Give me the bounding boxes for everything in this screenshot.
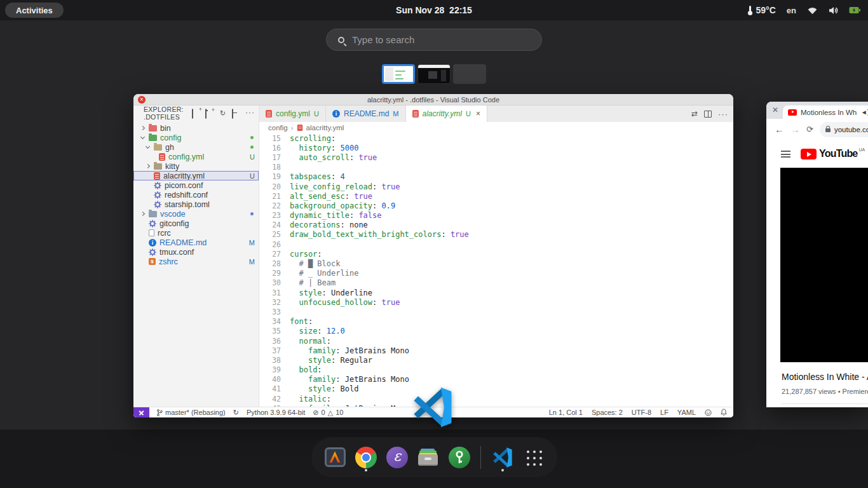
keyboard-layout-indicator[interactable]: en	[787, 6, 796, 15]
lock-icon[interactable]	[825, 128, 831, 132]
tree-item-redshift-conf[interactable]: redshift.conf	[133, 190, 259, 200]
menu-icon[interactable]	[781, 151, 790, 158]
yaml-file-icon	[412, 110, 419, 118]
breadcrumb-folder[interactable]: config	[268, 124, 288, 132]
tree-item-bin[interactable]: bin	[133, 123, 259, 133]
search-input[interactable]	[352, 34, 517, 45]
line-number: 19	[259, 172, 281, 181]
notifications-bell-icon[interactable]	[721, 409, 727, 416]
tree-item-label: config.yml	[168, 152, 250, 161]
tab-label: README.md	[344, 109, 389, 118]
language-mode-status[interactable]: YAML	[677, 409, 696, 416]
youtube-region-badge: UA	[858, 147, 865, 152]
code-line: 22background_opacity: 0.9	[259, 201, 733, 210]
search-bar[interactable]	[326, 29, 542, 51]
divider	[782, 403, 868, 404]
git-status-dot	[250, 212, 254, 215]
tree-item-config-yml[interactable]: config.ymlU	[133, 152, 259, 161]
indentation-status[interactable]: Spaces: 2	[592, 409, 623, 416]
code-line: 18	[259, 163, 733, 172]
youtube-logo[interactable]: YouTube UA	[801, 147, 865, 160]
chrome-tab-strip: ✕ Motionless In White - A ◄)	[766, 102, 868, 119]
battery-icon[interactable]	[849, 6, 860, 14]
dock-item-emacs[interactable]: ε	[386, 444, 409, 471]
clock[interactable]: Sun Nov 28 22:15	[0, 5, 868, 15]
new-file-icon[interactable]	[192, 109, 200, 118]
chevron-right-icon[interactable]	[146, 164, 150, 168]
code-editor[interactable]: 15scrolling:16 history: 500017 auto_scro…	[259, 133, 733, 407]
tree-item-vscode[interactable]: vscode	[133, 209, 259, 219]
git-branch-status[interactable]: master* (Rebasing)	[157, 409, 226, 416]
tree-item-kitty[interactable]: kitty	[133, 161, 259, 171]
split-editor-icon[interactable]	[704, 111, 712, 118]
youtube-header: YouTube UA	[766, 140, 868, 168]
encoding-status[interactable]: UTF-8	[632, 409, 651, 416]
dock-item-alacritty[interactable]	[324, 444, 346, 471]
vscode-window[interactable]: × alacritty.yml - .dotfiles - Visual Stu…	[133, 94, 733, 417]
explorer-more-icon[interactable]: ···	[245, 109, 254, 118]
chevron-down-icon[interactable]	[146, 144, 150, 149]
breadcrumb-file[interactable]: alacritty.yml	[306, 124, 344, 132]
chrome-window[interactable]: ✕ Motionless In White - A ◄) ← → ⟳ youtu…	[766, 102, 868, 407]
wifi-icon[interactable]	[807, 6, 818, 15]
tab-git-flag: U	[314, 110, 319, 118]
code-line: 38 style: Regular	[259, 355, 733, 365]
tree-item-tmux-conf[interactable]: tmux.conf	[133, 247, 259, 257]
chevron-down-icon[interactable]	[140, 135, 145, 139]
dock-item-files[interactable]	[417, 444, 440, 471]
cursor-position-status[interactable]: Ln 1, Col 1	[549, 409, 583, 416]
close-tab-icon[interactable]: ×	[476, 109, 480, 118]
line-number: 25	[259, 230, 281, 239]
collapse-folders-icon[interactable]	[232, 109, 240, 118]
tree-item-gitconfig[interactable]: gitconfig	[133, 219, 259, 228]
tab-audio-icon[interactable]: ◄)	[861, 109, 868, 116]
dock-item-chrome[interactable]	[355, 444, 377, 471]
code-line: 20live_config_reload: true	[259, 182, 733, 191]
python-interpreter-status[interactable]: Python 3.9.9 64-bit	[247, 409, 305, 416]
remote-indicator[interactable]	[133, 407, 149, 418]
code-line: 27cursor:	[259, 249, 733, 259]
chrome-active-tab[interactable]: Motionless In White - A ◄)	[783, 105, 868, 119]
tree-item-rcrc[interactable]: rcrc	[133, 228, 259, 238]
workspace-thumbnail-1[interactable]	[382, 64, 415, 84]
address-bar[interactable]: youtube.com/wa	[820, 122, 868, 137]
tab-git-flag: U	[466, 110, 471, 118]
dock-item-app-grid[interactable]	[522, 444, 545, 471]
dock-item-vscode[interactable]	[491, 444, 513, 471]
tree-item-starship-toml[interactable]: starship.toml	[133, 200, 259, 209]
sync-icon[interactable]: ↻	[233, 409, 239, 417]
editor-tab-config-yml[interactable]: config.ymlU	[259, 105, 326, 122]
tree-item-zshrc[interactable]: $zshrcM	[133, 257, 259, 266]
forward-button[interactable]: →	[790, 124, 800, 135]
git-status-badge: U	[250, 172, 255, 180]
problems-status[interactable]: ⊘0 △10	[313, 409, 343, 417]
chevron-right-icon[interactable]	[140, 126, 145, 130]
reload-button[interactable]: ⟳	[806, 125, 813, 134]
tree-item-readme-md[interactable]: iREADME.mdM	[133, 238, 259, 247]
editor-tab-alacritty-yml[interactable]: alacritty.ymlU×	[406, 105, 487, 122]
vscode-logo-drag-icon[interactable]	[412, 386, 453, 428]
tree-item-config[interactable]: config	[133, 133, 259, 142]
tree-item-alacritty-yml[interactable]: alacritty.ymlU	[133, 171, 259, 180]
tab-close-icon[interactable]: ✕	[772, 105, 778, 114]
workspace-thumbnail-2[interactable]	[417, 64, 451, 84]
code-line: 17 auto_scroll: true	[259, 152, 733, 162]
video-player[interactable]	[780, 168, 868, 362]
chevron-right-icon[interactable]	[140, 212, 145, 216]
open-changes-icon[interactable]: ⇄	[691, 109, 698, 118]
eol-status[interactable]: LF	[660, 409, 668, 416]
tree-item-picom-conf[interactable]: picom.conf	[133, 180, 259, 190]
feedback-icon[interactable]	[705, 409, 712, 416]
volume-icon[interactable]	[829, 6, 838, 15]
folder-icon	[149, 135, 157, 141]
editor-tab-readme-md[interactable]: iREADME.mdM	[326, 105, 406, 122]
refresh-explorer-icon[interactable]: ↻	[219, 109, 227, 118]
youtube-favicon	[788, 109, 797, 116]
vscode-titlebar[interactable]: × alacritty.yml - .dotfiles - Visual Stu…	[133, 94, 733, 105]
back-button[interactable]: ←	[775, 124, 784, 135]
workspace-thumbnail-3[interactable]	[453, 64, 486, 84]
new-folder-icon[interactable]	[205, 109, 214, 118]
dock-item-keepassxc[interactable]	[449, 444, 471, 471]
editor-more-icon[interactable]: ···	[718, 109, 728, 119]
tree-item-gh[interactable]: gh	[133, 142, 259, 152]
